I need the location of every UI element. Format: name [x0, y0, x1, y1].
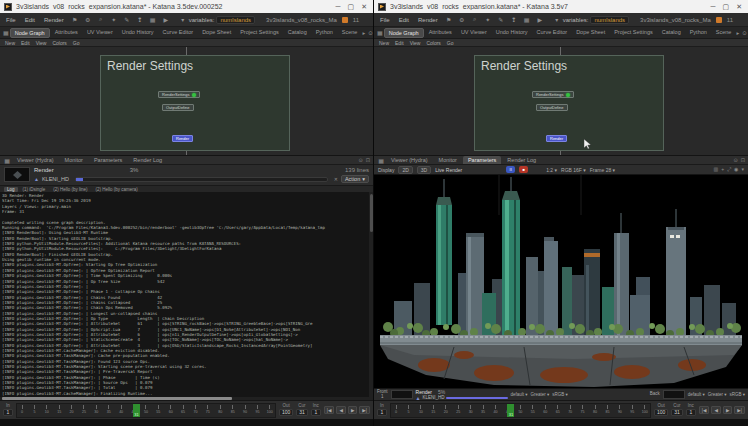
nodegraph-menu-item[interactable]: Colors	[52, 40, 66, 46]
render-thumbnail[interactable]	[4, 167, 30, 182]
pane-tab[interactable]: Dope Sheet	[198, 28, 235, 38]
outputdefine-node[interactable]: OutputDefine	[162, 104, 194, 111]
frame-ruler[interactable]: 0510152025303540455055606570758085909510…	[16, 403, 276, 418]
pin-icon[interactable]: ⊙	[742, 30, 747, 36]
pane-tab[interactable]: Python	[686, 28, 711, 38]
go-to-end-button[interactable]: ▶|	[734, 406, 745, 414]
viewer-tab[interactable]: Viewer (Hydra)	[386, 156, 433, 164]
swatch-icon[interactable]: ▥	[713, 166, 718, 173]
title-bar[interactable]: 3v3islands_v08_rocks_expansion.katana* -…	[0, 0, 373, 13]
frame-dropdown[interactable]: Frame 28 ▾	[590, 167, 615, 173]
viewer-tab[interactable]: Parameters	[89, 156, 127, 164]
pane-tab[interactable]: UV Viewer	[457, 28, 491, 38]
pane-tab[interactable]: Undo History	[118, 28, 158, 38]
expand-icon[interactable]: ⤢	[727, 166, 731, 173]
nodegraph-menu-item[interactable]: Go	[447, 40, 454, 46]
node-icon[interactable]: ✦	[484, 16, 492, 23]
in-frame-field[interactable]: In 1	[3, 404, 13, 416]
channel-depth-dropdown[interactable]: RGB 16F ▾	[561, 167, 586, 173]
alert-icon[interactable]: ❢	[510, 16, 518, 23]
pane-tab[interactable]: Project Settings	[610, 28, 657, 38]
log-filter-tab[interactable]: (2) Hello (by line)	[50, 187, 90, 192]
viewer-tab[interactable]: Monitor	[434, 156, 462, 164]
pane-tab[interactable]: Project Settings	[236, 28, 283, 38]
go-to-start-button[interactable]: |◀	[699, 406, 710, 414]
play-icon[interactable]: ▶	[162, 16, 170, 23]
gear-icon[interactable]: ⚙	[84, 16, 92, 23]
back-buffer-field[interactable]: Back	[650, 392, 660, 397]
chevron-right-icon[interactable]: ▸	[736, 30, 739, 36]
minimize-button[interactable]: ─	[336, 3, 341, 11]
step-back-button[interactable]: ◀	[711, 406, 720, 414]
search-icon[interactable]: ⌕	[471, 16, 479, 23]
close-button[interactable]: ✕	[736, 3, 742, 11]
play-button[interactable]: ▶	[723, 406, 732, 414]
outputdefine-node[interactable]: OutputDefine	[536, 104, 568, 111]
current-frame-field[interactable]: Cur 31	[671, 404, 683, 416]
pane-tab[interactable]: Curve Editor	[159, 28, 198, 38]
menu-item[interactable]: Edit	[23, 17, 37, 23]
snapshot-icon[interactable]: ◉	[734, 166, 738, 173]
log-filter-tab[interactable]: Log	[4, 187, 18, 192]
log-horizontal-scrollbar[interactable]	[0, 397, 373, 400]
pane-tab[interactable]: Catalog	[658, 28, 685, 38]
search-icon[interactable]: ⌕	[97, 16, 105, 23]
pane-tab[interactable]: UV Viewer	[83, 28, 117, 38]
alert-icon[interactable]: ❢	[136, 16, 144, 23]
rendersettings-node[interactable]: RenderSettings	[158, 91, 200, 98]
step-back-button[interactable]: ◀	[336, 406, 345, 414]
pane-tab[interactable]: Scene	[338, 28, 362, 38]
pane-tab[interactable]: Attributes	[425, 28, 456, 38]
front-buffer-thumbnail[interactable]	[391, 390, 413, 399]
viewer-tab[interactable]: Render Log	[128, 156, 167, 164]
menu-item[interactable]: Render	[416, 17, 440, 23]
increment-field[interactable]: Inc 1	[686, 404, 696, 416]
viewer-tab[interactable]: Parameters	[463, 156, 501, 164]
pause-button[interactable]: II	[506, 166, 515, 173]
render-node[interactable]: Render	[172, 135, 193, 142]
chevron-down-icon[interactable]: ▾	[741, 166, 744, 173]
pane-tab[interactable]: Curve Editor	[533, 28, 572, 38]
nodegraph-menu-item[interactable]: New	[5, 40, 15, 46]
front-colorspace-dropdown[interactable]: sRGB ▾	[552, 392, 568, 397]
edit-icon[interactable]: ✎	[497, 16, 505, 23]
out-frame-field[interactable]: Out 100	[654, 404, 668, 416]
gear-icon[interactable]: ⚙	[458, 16, 466, 23]
pane-tab[interactable]: Scene	[712, 28, 736, 38]
frame-ruler[interactable]: 0510152025303540455055606570758085909510…	[390, 403, 651, 418]
nodegraph-menu-item[interactable]: Edit	[21, 40, 30, 46]
chevron-right-icon[interactable]: ▸	[362, 30, 365, 36]
back-view-dropdown[interactable]: default ▾	[688, 392, 705, 397]
flag-icon[interactable]: ⚑	[71, 16, 79, 23]
lock-icon[interactable]: ⊡	[366, 157, 370, 163]
rendersettings-node[interactable]: RenderSettings	[532, 91, 574, 98]
front-view-dropdown[interactable]: default ▾	[511, 392, 528, 397]
viewer-tab[interactable]: Monitor	[60, 156, 88, 164]
pane-tab[interactable]: Dope Sheet	[572, 28, 609, 38]
layout-grid-icon[interactable]: ▦	[3, 29, 9, 36]
nodegraph-menu-item[interactable]: Colors	[426, 40, 440, 46]
out-frame-field[interactable]: Out 100	[279, 404, 293, 416]
variables-dropdown[interactable]: numIslands	[216, 16, 255, 24]
pane-tab[interactable]: Node Graph	[10, 28, 50, 38]
menu-item[interactable]: File	[378, 17, 392, 23]
layout-grid-icon[interactable]: ▦	[3, 157, 11, 164]
current-frame-field[interactable]: Cur 31	[296, 404, 308, 416]
flag-icon[interactable]: ⚑	[445, 16, 453, 23]
pane-tab[interactable]: Catalog	[284, 28, 311, 38]
minimize-button[interactable]: ─	[711, 3, 716, 11]
edit-icon[interactable]: ✎	[123, 16, 131, 23]
clear-icon[interactable]: ✕	[334, 176, 338, 182]
mode-3d-button[interactable]: 3D	[417, 166, 431, 174]
nodegraph-menu-item[interactable]: Edit	[395, 40, 404, 46]
zoom-ratio-dropdown[interactable]: 1:2 ▾	[546, 167, 557, 173]
node-graph-pane[interactable]: Render Settings RenderSettings OutputDef…	[0, 47, 373, 155]
in-frame-field[interactable]: In 1	[377, 404, 387, 416]
nodegraph-menu-item[interactable]: View	[36, 40, 47, 46]
log-filter-tab[interactable]: (1) iDsingle	[20, 187, 49, 192]
layout-grid-icon[interactable]: ▦	[377, 157, 385, 164]
front-buffer-field[interactable]: Front 1	[377, 390, 388, 400]
stop-button[interactable]: ■	[519, 166, 528, 173]
maximize-button[interactable]: ▢	[723, 3, 730, 11]
chevron-down-icon[interactable]: ▾	[553, 16, 561, 23]
